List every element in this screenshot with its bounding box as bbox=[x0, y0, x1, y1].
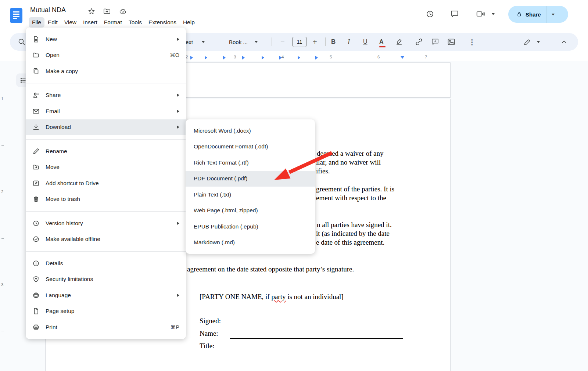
cloud-status-icon[interactable] bbox=[119, 7, 127, 15]
document-text-fragment: n all parties have signed it. bbox=[317, 221, 392, 229]
toolbar-separator bbox=[325, 37, 326, 46]
tab-stop-marker[interactable] bbox=[242, 56, 245, 60]
submenu-item-epub[interactable]: EPUB Publication (.epub) bbox=[186, 219, 315, 235]
tab-stop-marker[interactable] bbox=[298, 56, 300, 60]
spellcheck-word[interactable]: party bbox=[271, 293, 286, 300]
google-docs-logo[interactable] bbox=[10, 8, 22, 23]
tab-stop-marker[interactable] bbox=[223, 56, 226, 60]
text-color-button[interactable]: A bbox=[379, 33, 384, 51]
comments-icon[interactable] bbox=[450, 9, 459, 19]
share-caret-icon[interactable] bbox=[552, 14, 555, 15]
offline-check-icon bbox=[32, 235, 40, 243]
submenu-item-md[interactable]: Markdown (.md) bbox=[186, 235, 315, 251]
menu-item-download[interactable]: Download bbox=[26, 119, 186, 136]
menu-tools[interactable]: Tools bbox=[125, 17, 145, 28]
document-text-fragment: e date of this agreement. bbox=[316, 238, 384, 246]
menu-format[interactable]: Format bbox=[101, 17, 125, 28]
submenu-item-rtf[interactable]: Rich Text Format (.rtf) bbox=[186, 155, 315, 171]
menu-shortcut: ⌘P bbox=[171, 324, 179, 330]
font-family-dropdown[interactable]: Book ... bbox=[229, 33, 248, 51]
tab-stop-marker[interactable] bbox=[315, 56, 318, 60]
menu-item-move[interactable]: Move bbox=[26, 159, 186, 176]
menu-item-make-available-offline[interactable]: Make available offline bbox=[26, 231, 186, 248]
submenu-item-odt[interactable]: OpenDocument Format (.odt) bbox=[186, 139, 315, 155]
increase-font-size-button[interactable]: + bbox=[313, 33, 317, 51]
menu-insert[interactable]: Insert bbox=[80, 17, 101, 28]
menu-divider bbox=[26, 251, 186, 252]
highlight-color-button[interactable] bbox=[395, 33, 404, 51]
party-line-suffix: is not an individual] bbox=[286, 293, 343, 300]
ruler-number: 5 bbox=[330, 55, 332, 59]
menu-item-version-history[interactable]: Version history bbox=[26, 215, 186, 231]
font-size-field[interactable]: 11 bbox=[292, 37, 307, 47]
underline-button[interactable]: U bbox=[363, 33, 368, 51]
submenu-item-label: OpenDocument Format (.odt) bbox=[194, 143, 268, 150]
share-label: Share bbox=[526, 11, 541, 18]
menu-item-add-shortcut-to-drive[interactable]: Add shortcut to Drive bbox=[26, 175, 186, 191]
menu-divider bbox=[26, 83, 186, 83]
font-caret-icon[interactable] bbox=[255, 33, 258, 51]
email-icon bbox=[32, 108, 40, 115]
tab-stop-marker[interactable] bbox=[190, 56, 193, 60]
italic-button[interactable]: I bbox=[348, 33, 350, 51]
tab-stop-marker[interactable] bbox=[262, 56, 264, 60]
share-button[interactable]: Share bbox=[508, 6, 568, 23]
ruler-number: 2 bbox=[1, 190, 3, 194]
document-title[interactable]: Mutual NDA bbox=[30, 6, 66, 14]
editing-mode-icon[interactable] bbox=[523, 33, 531, 51]
party-name-line: [PARTY ONE NAME, if party is not an indi… bbox=[200, 293, 344, 301]
document-text-fragment: it (as indicated by the date bbox=[316, 230, 390, 238]
menu-item-new[interactable]: New bbox=[26, 31, 186, 47]
menu-item-print[interactable]: Print ⌘P bbox=[26, 319, 186, 335]
hide-menus-icon[interactable] bbox=[560, 33, 569, 51]
right-indent-marker[interactable] bbox=[401, 56, 404, 59]
menu-item-open[interactable]: Open ⌘O bbox=[26, 47, 186, 64]
printer-icon bbox=[32, 324, 40, 331]
more-options-button[interactable]: ⋮ bbox=[469, 33, 476, 51]
submenu-item-pdf[interactable]: PDF Document (.pdf) bbox=[186, 171, 315, 187]
menu-item-security-limitations[interactable]: Security limitations bbox=[26, 271, 186, 288]
submenu-arrow-icon bbox=[177, 110, 179, 113]
insert-link-icon[interactable] bbox=[415, 33, 423, 51]
menu-edit[interactable]: Edit bbox=[44, 17, 61, 28]
bold-button[interactable]: B bbox=[331, 33, 336, 51]
menu-item-make-a-copy[interactable]: Make a copy bbox=[26, 63, 186, 79]
submenu-item-docx[interactable]: Microsoft Word (.docx) bbox=[186, 123, 315, 139]
video-call-icon[interactable] bbox=[476, 9, 485, 19]
style-caret-icon[interactable] bbox=[202, 33, 205, 51]
menu-item-language[interactable]: Language bbox=[26, 287, 186, 303]
submenu-item-html-zipped[interactable]: Web Page (.html, zipped) bbox=[186, 203, 315, 219]
video-call-caret-icon[interactable] bbox=[492, 13, 495, 15]
menu-item-label: Make a copy bbox=[46, 68, 179, 75]
menu-item-details[interactable]: Details bbox=[26, 255, 186, 271]
tab-stop-marker[interactable] bbox=[279, 56, 282, 60]
menu-help[interactable]: Help bbox=[180, 17, 198, 28]
history-clock-icon bbox=[32, 220, 40, 227]
ruler-number: 6 bbox=[377, 55, 380, 59]
submenu-item-label: Web Page (.html, zipped) bbox=[194, 207, 258, 214]
editing-mode-caret-icon[interactable] bbox=[537, 33, 540, 51]
star-icon[interactable] bbox=[87, 7, 96, 15]
toolbar-separator bbox=[410, 37, 410, 46]
menu-item-page-setup[interactable]: Page setup bbox=[26, 303, 186, 320]
menu-view[interactable]: View bbox=[61, 17, 80, 28]
menu-extensions[interactable]: Extensions bbox=[145, 17, 180, 28]
menu-item-rename[interactable]: Rename bbox=[26, 143, 186, 159]
submenu-item-txt[interactable]: Plain Text (.txt) bbox=[186, 187, 315, 203]
search-menus-icon[interactable] bbox=[17, 33, 26, 51]
insert-image-icon[interactable] bbox=[447, 33, 456, 51]
share-divider bbox=[546, 6, 546, 23]
menu-file[interactable]: File bbox=[29, 17, 44, 28]
add-comment-icon[interactable] bbox=[431, 33, 440, 51]
menu-item-email[interactable]: Email bbox=[26, 103, 186, 119]
move-folder-icon[interactable] bbox=[103, 7, 111, 15]
paragraph-style-dropdown[interactable]: ext bbox=[186, 33, 193, 51]
title-label: Title: bbox=[200, 342, 215, 350]
rename-pencil-icon bbox=[32, 148, 40, 155]
version-history-icon[interactable] bbox=[425, 9, 435, 19]
menu-item-move-to-trash[interactable]: Move to trash bbox=[26, 191, 186, 208]
decrease-font-size-button[interactable]: − bbox=[280, 33, 285, 51]
tab-stop-marker[interactable] bbox=[205, 56, 207, 60]
menu-item-share[interactable]: Share bbox=[26, 87, 186, 104]
menu-item-label: Details bbox=[46, 260, 179, 267]
